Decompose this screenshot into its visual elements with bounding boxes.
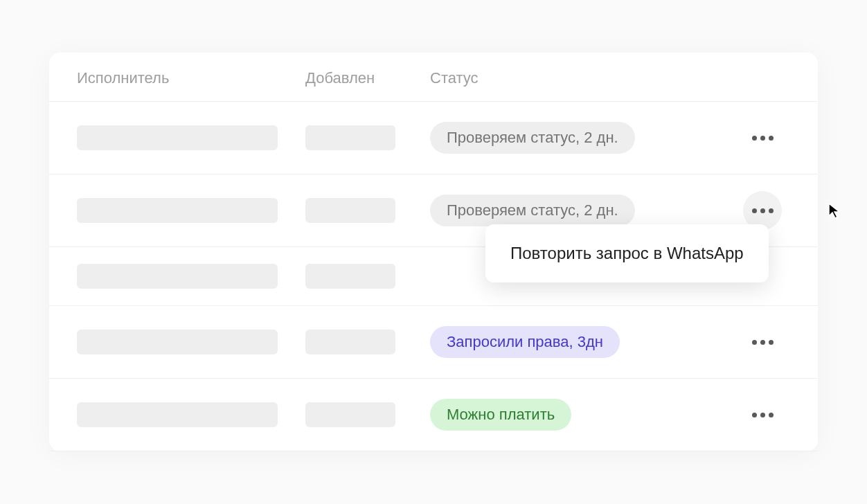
skeleton-placeholder [77,125,278,150]
row-actions-button[interactable] [743,323,782,361]
table-row: Проверяем статус, 2 дн. [49,102,818,174]
skeleton-placeholder [305,125,395,150]
actions-cell [735,395,790,434]
executor-cell [77,125,305,150]
executor-cell [77,402,305,427]
table-row: Запросили права, 3дн [49,306,818,379]
header-status: Статус [430,69,735,87]
status-badge: Можно платить [430,399,571,431]
header-executor: Исполнитель [77,69,305,87]
executor-table: Исполнитель Добавлен Статус Проверяем ст… [49,53,818,451]
skeleton-placeholder [77,402,278,427]
status-badge: Проверяем статус, 2 дн. [430,122,635,154]
skeleton-placeholder [305,198,395,223]
dots-icon [752,340,774,345]
executor-cell [77,198,305,223]
skeleton-placeholder [305,402,395,427]
status-badge: Запросили права, 3дн [430,326,620,358]
table-header: Исполнитель Добавлен Статус [49,53,818,102]
status-cell: Можно платить [430,399,735,431]
added-cell [305,125,430,150]
skeleton-placeholder [305,264,395,289]
status-cell: Проверяем статус, 2 дн. [430,122,735,154]
row-actions-button[interactable] [743,395,782,434]
added-cell [305,402,430,427]
context-menu: Повторить запрос в WhatsApp [485,224,769,282]
table-row: Можно платить [49,379,818,451]
skeleton-placeholder [77,264,278,289]
status-cell: Проверяем статус, 2 дн. [430,195,735,226]
header-added: Добавлен [305,69,430,87]
dots-icon [752,413,774,417]
actions-cell [735,323,790,361]
executor-cell [77,264,305,289]
row-actions-button[interactable] [743,118,782,157]
added-cell [305,198,430,223]
added-cell [305,330,430,354]
dots-icon [752,136,774,141]
skeleton-placeholder [77,198,278,223]
executor-cell [77,330,305,354]
dots-icon [752,208,774,213]
repeat-whatsapp-request-item[interactable]: Повторить запрос в WhatsApp [510,244,744,263]
header-actions [735,69,790,87]
added-cell [305,264,430,289]
cursor-icon [828,202,841,220]
skeleton-placeholder [77,330,278,354]
status-badge: Проверяем статус, 2 дн. [430,195,635,226]
status-cell: Запросили права, 3дн [430,326,735,358]
skeleton-placeholder [305,330,395,354]
actions-cell [735,118,790,157]
